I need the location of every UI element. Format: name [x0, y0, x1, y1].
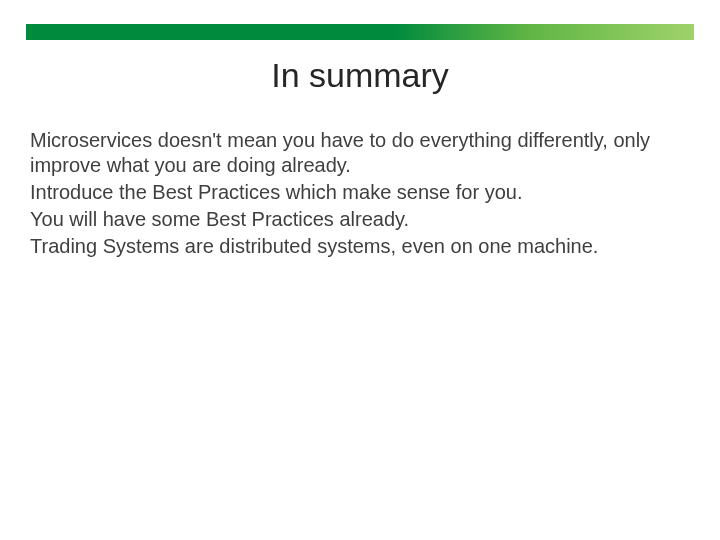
body-paragraph: Trading Systems are distributed systems,…	[30, 234, 690, 259]
body-paragraph: You will have some Best Practices alread…	[30, 207, 690, 232]
header-accent-bar	[26, 24, 694, 40]
slide-body: Microservices doesn't mean you have to d…	[30, 128, 690, 261]
slide-title: In summary	[0, 56, 720, 95]
body-paragraph: Introduce the Best Practices which make …	[30, 180, 690, 205]
body-paragraph: Microservices doesn't mean you have to d…	[30, 128, 690, 178]
